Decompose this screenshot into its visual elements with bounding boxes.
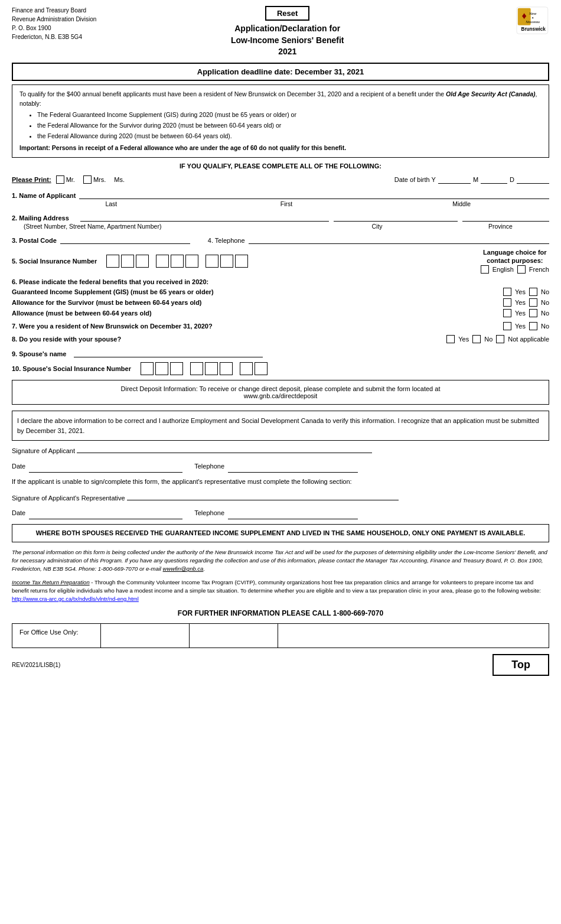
middle-label: Middle [374, 200, 549, 207]
sin-box-8[interactable] [220, 255, 233, 268]
income-return-url[interactable]: http://www.cra-arc.gc.ca/tx/ndvdls/vlntr… [12, 596, 139, 602]
direct-deposit-box: Direct Deposit Information: To receive o… [12, 380, 549, 405]
spouse-sin-box-5[interactable] [205, 362, 218, 375]
org-line3: P. O. Box 1900 [12, 24, 96, 32]
rep-tel-field[interactable] [228, 519, 358, 519]
dob-day-field[interactable] [517, 175, 549, 184]
mailing-province-field[interactable] [462, 212, 549, 222]
spouse-sin-box-4[interactable] [190, 362, 203, 375]
org-line2: Revenue Administration Division [12, 15, 96, 24]
declare-text: I declare the above information to be co… [17, 417, 539, 434]
sin-box-6[interactable] [185, 255, 198, 268]
q6-gis-no-label: No [541, 288, 549, 295]
sin-box-9[interactable] [235, 255, 248, 268]
svg-text:Brunswick: Brunswick [521, 27, 546, 32]
name-field[interactable] [79, 190, 549, 199]
q6-allowance-yes-label: Yes [515, 310, 526, 317]
office-use-box: For Office Use Only: [12, 623, 549, 648]
ms-label: Ms. [114, 176, 125, 183]
q7-no-checkbox[interactable] [529, 322, 537, 330]
q6-survivor-yes-checkbox[interactable] [503, 298, 511, 307]
dob-year-field[interactable] [438, 175, 471, 184]
bullet-1: The Federal Guaranteed Income Supplement… [37, 110, 542, 120]
q6-allowance-yes-checkbox[interactable] [503, 309, 511, 317]
office-use-cell-3[interactable] [190, 624, 278, 648]
sig-rep-field[interactable] [127, 500, 399, 500]
q8-na-label: Not applicable [508, 336, 549, 343]
rev-text: REV/2021/LISB(1) [12, 662, 60, 668]
mr-checkbox[interactable] [56, 175, 64, 184]
q6-gis-yn: Yes No [503, 288, 549, 296]
q6-gis-yes-label: Yes [515, 288, 526, 295]
office-use-cell-2[interactable] [101, 624, 190, 648]
sin-box-2[interactable] [121, 255, 134, 268]
rep-date-label: Date [12, 507, 25, 519]
sin-sep-1 [151, 255, 154, 268]
q7-row: 7. Were you a resident of New Brunswick … [12, 322, 549, 330]
postal-label: 3. Postal Code [12, 237, 57, 244]
q8-yes-label: Yes [458, 336, 469, 343]
sin-box-7[interactable] [206, 255, 218, 268]
spouse-sin-box-6[interactable] [220, 362, 233, 375]
sin-box-5[interactable] [171, 255, 184, 268]
french-checkbox[interactable] [517, 265, 526, 274]
lang-title1: Language choice for [481, 249, 549, 256]
q8-na-checkbox[interactable] [496, 335, 504, 343]
q6-gis-no-checkbox[interactable] [529, 288, 537, 296]
direct-deposit-text: Direct Deposit Information: To receive o… [121, 385, 441, 392]
q6-gis-yes-checkbox[interactable] [503, 288, 511, 296]
q9-field[interactable] [74, 348, 263, 357]
org-info: Finance and Treasury Board Revenue Admin… [12, 6, 96, 41]
postal-field[interactable] [60, 235, 190, 244]
sin-box-4[interactable] [156, 255, 169, 268]
postal-tel-row: 3. Postal Code 4. Telephone [12, 235, 549, 244]
mrs-checkbox[interactable] [83, 175, 92, 184]
q6-allowance-no-checkbox[interactable] [529, 309, 537, 317]
q6-survivor-no-checkbox[interactable] [529, 298, 537, 307]
income-return-text: - Through the Community Volunteer Income… [12, 579, 541, 594]
tel-field[interactable] [249, 235, 549, 244]
mr-checkbox-group: Mr. [56, 175, 75, 184]
top-button[interactable]: Top [492, 654, 549, 676]
date-field[interactable] [29, 472, 182, 473]
q6-gis-row: Guaranteed Income Supplement (GIS) (must… [12, 288, 549, 296]
privacy-email[interactable]: wwwfin@gnb.ca [163, 565, 204, 572]
tel-sig-label: Telephone [194, 461, 224, 473]
office-use-cell-4[interactable] [278, 624, 549, 648]
sig-tel-block: Telephone [194, 461, 358, 473]
q8-row: 8. Do you reside with your spouse? Yes N… [12, 335, 549, 343]
bullet-2: the Federal Allowance for the Survivor d… [37, 121, 542, 131]
spouse-sin-box-3[interactable] [170, 362, 183, 375]
mailing-street-field[interactable] [80, 212, 329, 222]
q7-yes-checkbox[interactable] [503, 322, 511, 330]
sin-label: 5. Social Insurance Number [12, 258, 97, 265]
spouse-sin-box-1[interactable] [141, 362, 154, 375]
dob-month-field[interactable] [481, 175, 507, 184]
logo-area: ♦ New ✦ Nouveau Brunswick [478, 6, 549, 37]
spouse-sin-box-7[interactable] [240, 362, 253, 375]
rep-intro-text: If the applicant is unable to sign/compl… [12, 478, 352, 485]
mr-label: Mr. [66, 176, 75, 183]
reset-button[interactable]: Reset [265, 6, 309, 21]
mailing-city-field[interactable] [334, 212, 458, 222]
spouse-sin-box-2[interactable] [155, 362, 168, 375]
org-line1: Finance and Treasury Board [12, 6, 96, 15]
q8-yes-checkbox[interactable] [446, 335, 455, 343]
please-print-label: Please Print: [12, 176, 51, 183]
sig-rep-row: Signature of Applicant's Representative [12, 493, 549, 505]
sin-box-3[interactable] [136, 255, 149, 268]
language-group: Language choice for contact purposes: En… [481, 249, 549, 274]
q8-label: 8. Do you reside with your spouse? [12, 336, 443, 343]
q8-yn: Yes No Not applicable [446, 335, 549, 343]
please-print-row: Please Print: Mr. Mrs. Ms. Date of birth… [12, 175, 549, 184]
english-checkbox[interactable] [481, 265, 489, 274]
sig-applicant-field[interactable] [77, 453, 372, 453]
name-row: 1. Name of Applicant [12, 190, 549, 199]
svg-text:✦: ✦ [531, 16, 534, 19]
q8-no-checkbox[interactable] [472, 335, 481, 343]
sin-box-1[interactable] [106, 255, 119, 268]
name-sub-labels: Last First Middle [24, 200, 549, 207]
rep-date-field[interactable] [29, 519, 182, 519]
spouse-sin-box-8[interactable] [255, 362, 268, 375]
tel-sig-field[interactable] [228, 472, 358, 473]
